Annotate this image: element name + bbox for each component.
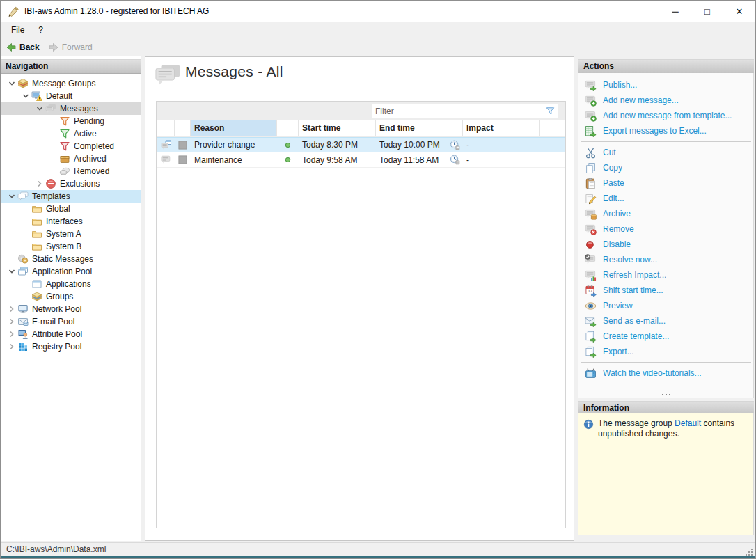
nav-item-removed[interactable]: Removed: [1, 165, 141, 178]
nav-item-label: Interfaces: [46, 216, 83, 226]
default-group-link[interactable]: Default: [675, 418, 701, 428]
nav-item-archived[interactable]: Archived: [1, 152, 141, 165]
chevron-down-icon[interactable]: [6, 191, 17, 202]
column-header-icon-3[interactable]: [277, 120, 299, 136]
nav-item-completed[interactable]: Completed: [1, 140, 141, 152]
send-email-icon: [585, 315, 597, 327]
action-export-messages-to-excel[interactable]: Export messages to Excel...: [578, 123, 753, 139]
menu-item-help[interactable]: ?: [31, 22, 50, 38]
nav-item-messages[interactable]: Messages: [1, 102, 141, 115]
nav-item-label: E-mail Pool: [32, 317, 74, 326]
action-label: Cut: [603, 148, 616, 157]
resolve-icon: [585, 254, 597, 266]
column-header-end-time[interactable]: End time: [376, 120, 446, 136]
action-send-as-e-mail[interactable]: Send as e-mail...: [578, 313, 753, 329]
impact-clock-icon: [450, 140, 460, 150]
action-preview[interactable]: Preview: [578, 298, 753, 313]
chevron-right-icon[interactable]: [6, 316, 17, 327]
panel-splitter-handle[interactable]: [578, 393, 753, 397]
action-watch-the-video-tutorials[interactable]: Watch the video-tutorials...: [578, 365, 753, 381]
chevron-right-icon[interactable]: [6, 341, 17, 352]
action-add-new-message[interactable]: Add new message...: [578, 93, 753, 108]
nav-item-label: Registry Pool: [32, 342, 81, 352]
action-shift-start-time[interactable]: 17Shift start time...: [578, 283, 753, 298]
table-row[interactable]: MaintenanceToday 9:58 AMToday 11:58 AM-: [157, 152, 565, 168]
chevron-placeholder: [20, 241, 31, 252]
column-header-icon-1[interactable]: [175, 120, 191, 136]
minimize-button[interactable]: ─: [659, 1, 691, 22]
nav-item-interfaces[interactable]: Interfaces: [1, 215, 141, 228]
nav-item-label: Templates: [32, 191, 70, 201]
action-label: Refresh Impact...: [603, 270, 666, 280]
nav-item-default[interactable]: Default: [1, 90, 141, 102]
action-edit[interactable]: Edit...: [578, 191, 753, 206]
nav-item-message-groups[interactable]: Message Groups: [1, 77, 141, 90]
menu-item-file[interactable]: File: [4, 22, 31, 38]
action-disable[interactable]: Disable: [578, 237, 753, 252]
nav-item-pending[interactable]: Pending: [1, 115, 141, 127]
nav-item-registry-pool[interactable]: Registry Pool: [1, 340, 141, 353]
nav-item-groups[interactable]: Groups: [1, 290, 141, 303]
nav-item-e-mail-pool[interactable]: E-mail Pool: [1, 315, 141, 328]
cell-impact-icon: [446, 155, 463, 165]
nav-item-label: Applications: [46, 279, 91, 289]
nav-item-application-pool[interactable]: Application Pool: [1, 265, 141, 278]
back-button[interactable]: Back: [6, 42, 40, 53]
chevron-down-icon[interactable]: [6, 266, 17, 277]
filter-input[interactable]: [372, 107, 545, 116]
forward-icon: [48, 42, 59, 53]
maximize-button[interactable]: □: [691, 1, 723, 22]
message-plain-icon: [161, 155, 171, 165]
folder-icon: [31, 228, 42, 239]
action-archive[interactable]: Archive: [578, 206, 753, 221]
action-publish[interactable]: Publish...: [578, 77, 753, 93]
action-cut[interactable]: Cut: [578, 145, 753, 160]
action-label: Shift start time...: [603, 285, 663, 295]
action-paste[interactable]: Paste: [578, 175, 753, 191]
nav-item-attribute-pool[interactable]: Attribute Pool: [1, 328, 141, 340]
window-title: IBI-aws Admin 1.28.0 - registered for IB…: [24, 1, 209, 22]
table-row[interactable]: Provider changeToday 8:30 PMToday 10:00 …: [157, 137, 565, 152]
nav-item-global[interactable]: Global: [1, 203, 141, 215]
action-label: Create template...: [603, 331, 669, 341]
close-button[interactable]: ✕: [723, 1, 755, 22]
filter-funnel-icon[interactable]: [545, 106, 556, 116]
column-header-start-time[interactable]: Start time: [299, 120, 376, 136]
shift-start-time-icon: 17: [585, 285, 597, 297]
chevron-placeholder: [20, 203, 31, 214]
chevron-placeholder: [6, 253, 17, 265]
nav-item-system-a[interactable]: System A: [1, 228, 141, 240]
cell-message-type: [157, 155, 175, 165]
column-header-icon-0[interactable]: [157, 120, 175, 136]
action-create-template[interactable]: Create template...: [578, 329, 753, 344]
nav-item-static-messages[interactable]: Static Messages: [1, 253, 141, 265]
forward-button[interactable]: Forward: [48, 42, 93, 53]
action-label: Send as e-mail...: [603, 316, 666, 326]
action-copy[interactable]: Copy: [578, 160, 753, 175]
action-add-new-message-from-template[interactable]: Add new message from template...: [578, 108, 753, 123]
chevron-right-icon[interactable]: [6, 329, 17, 340]
column-header-reason[interactable]: Reason: [191, 120, 277, 136]
nav-item-active[interactable]: Active: [1, 127, 141, 140]
nav-item-system-b[interactable]: System B: [1, 240, 141, 253]
nav-item-applications[interactable]: Applications: [1, 278, 141, 290]
column-header-impact[interactable]: Impact: [463, 120, 540, 136]
nav-item-templates[interactable]: Templates: [1, 190, 141, 203]
chevron-right-icon[interactable]: [6, 304, 17, 315]
action-refresh-impact[interactable]: Refresh Impact...: [578, 267, 753, 283]
impact-clock-icon: [450, 155, 460, 165]
chevron-down-icon[interactable]: [6, 78, 17, 89]
chevron-down-icon[interactable]: [20, 90, 31, 102]
nav-item-label: Attribute Pool: [32, 329, 82, 339]
resize-grip[interactable]: [744, 547, 754, 557]
nav-item-exclusions[interactable]: Exclusions: [1, 178, 141, 190]
main-panel: Messages - All ReasonStart timeEnd timeI…: [145, 56, 574, 541]
table-body: Provider changeToday 8:30 PMToday 10:00 …: [157, 137, 565, 168]
nav-item-network-pool[interactable]: Network Pool: [1, 303, 141, 315]
action-export[interactable]: Export...: [578, 344, 753, 359]
chevron-right-icon[interactable]: [34, 178, 45, 189]
column-header-icon-6[interactable]: [446, 120, 463, 136]
chevron-down-icon[interactable]: [34, 103, 45, 114]
action-resolve-now[interactable]: Resolve now...: [578, 252, 753, 267]
action-remove[interactable]: Remove: [578, 221, 753, 237]
